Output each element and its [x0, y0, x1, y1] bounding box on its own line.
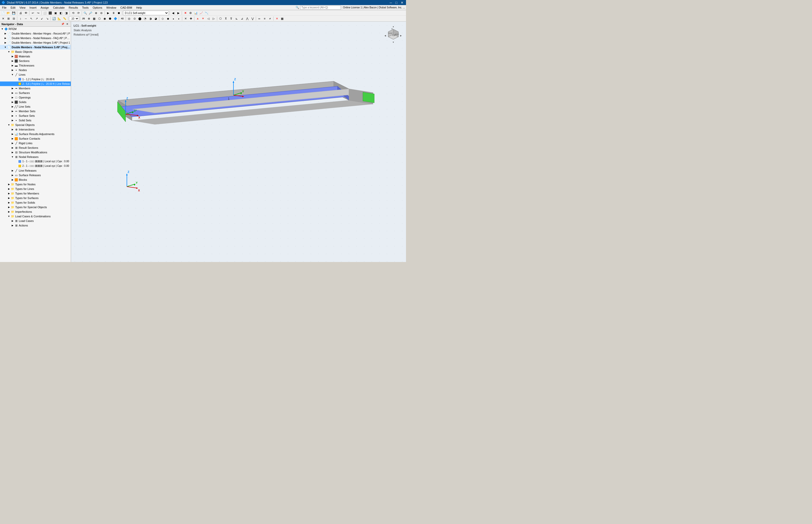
tb2-btn-36[interactable]: ⊼: [223, 16, 229, 21]
tb2-btn-17[interactable]: ⬟: [107, 16, 113, 21]
tb2-btn-32[interactable]: 🔻: [201, 16, 205, 21]
menu-edit[interactable]: Edit: [9, 5, 17, 10]
nav-types-nodes[interactable]: ▶ 📁 Types for Nodes: [0, 182, 71, 186]
nav-toggle-solids[interactable]: ▶: [11, 100, 14, 104]
nav-line-1[interactable]: 1 - 1,2 | Polyline | L : 20.00 ft: [0, 77, 71, 82]
menu-insert[interactable]: Insert: [28, 5, 38, 10]
tb2-btn-9[interactable]: ↘: [45, 16, 50, 21]
tb2-btn-20[interactable]: ⊙: [132, 16, 137, 21]
nav-basic-objects[interactable]: ▼ 📁 Basic Objects: [0, 49, 71, 54]
nav-nr-2[interactable]: 2 - 1 - □□□ 圖圖圖 | Local xyz | Cφx : 0.00: [0, 164, 71, 168]
tb2-btn-23[interactable]: ◑: [148, 16, 153, 21]
tb-btn-10[interactable]: ⊕: [94, 11, 99, 16]
menu-view[interactable]: View: [17, 5, 28, 10]
nav-toggle-special[interactable]: ▼: [7, 123, 11, 127]
tb2-btn-42[interactable]: ∞: [257, 16, 262, 21]
tb2-btn-35[interactable]: ⎔: [218, 16, 223, 21]
tb-btn-8[interactable]: 🔍: [83, 11, 88, 16]
nav-types-surfaces[interactable]: ▶ 📁 Types for Surfaces: [0, 196, 71, 200]
nav-toggle-ts[interactable]: ▶: [7, 196, 11, 200]
tb2-btn-29[interactable]: ✕: [183, 16, 188, 21]
tb2-btn-26[interactable]: ◆: [166, 16, 170, 21]
nav-line-2[interactable]: 2 - 5,6 | Polyline | L : 20.00 ft | Line…: [0, 82, 71, 86]
nav-types-members[interactable]: ▶ 📁 Types for Members: [0, 191, 71, 196]
nav-toggle-imp[interactable]: ▶: [7, 210, 11, 213]
nav-special-objects[interactable]: ▼ 📁 Special Objects: [0, 122, 71, 127]
nav-project-2[interactable]: ▶ 📄 Double Members - Nodal Releases - FA…: [0, 36, 71, 40]
close-button[interactable]: ✕: [400, 0, 405, 5]
next-lc-button[interactable]: ▶: [176, 11, 181, 16]
nav-load-cases[interactable]: ▶ ⊞ Load Cases: [0, 218, 71, 223]
tb-btn-4[interactable]: ◧: [58, 11, 64, 16]
nav-surface-sets[interactable]: ▶ ▪ Surface Sets: [0, 114, 71, 118]
tb2-btn-5[interactable]: ↔: [23, 16, 29, 21]
nav-surf-results[interactable]: ▶ 📊 Surface Results Adjustments: [0, 132, 71, 136]
tb2-btn-38[interactable]: ⊾: [234, 16, 239, 21]
nav-toggle-tsp[interactable]: ▶: [7, 206, 11, 209]
tb2-btn-41[interactable]: ⋁: [250, 16, 255, 21]
nav-toggle-tn[interactable]: ▶: [7, 182, 11, 186]
tb-btn-13[interactable]: ⏸: [111, 11, 116, 16]
nav-rigid-links[interactable]: ▶ ╱ Rigid Links: [0, 141, 71, 146]
tb2-btn-10[interactable]: 🔄: [51, 16, 56, 21]
open-button[interactable]: 📂: [6, 11, 11, 16]
tb2-btn-6[interactable]: ↖: [29, 16, 34, 21]
cube-nav[interactable]: TOP FRONT RIGHT ▲ ▼ ◀ ▶ +: [383, 24, 404, 45]
tb-btn-11[interactable]: ⊖: [99, 11, 104, 16]
nav-lines[interactable]: ▼ ╱ Lines: [0, 72, 71, 77]
tb2-btn-43[interactable]: ≡: [262, 16, 267, 21]
nav-types-lines[interactable]: ▶ 📁 Types for Lines: [0, 186, 71, 191]
precision-dropdown[interactable]: .10.: [69, 16, 79, 21]
menu-help[interactable]: Help: [134, 5, 144, 10]
prev-lc-button[interactable]: ◀: [170, 11, 175, 16]
nav-toggle-sra[interactable]: ▶: [11, 132, 14, 136]
nav-materials[interactable]: ▶ 🧱 Materials: [0, 54, 71, 59]
tb2-btn-31[interactable]: 🔺: [195, 16, 200, 21]
tb2-btn-12[interactable]: 📏: [62, 16, 67, 21]
menu-tools[interactable]: Tools: [80, 5, 90, 10]
nav-toggle-materials[interactable]: ▶: [11, 54, 14, 58]
print-button[interactable]: 🖨: [18, 11, 23, 16]
nav-result-sections[interactable]: ▶ ⊞ Result Sections: [0, 146, 71, 150]
nav-toggle-rfem[interactable]: ▼: [0, 27, 4, 31]
tb2-btn-8[interactable]: ↙: [39, 16, 45, 21]
menu-options[interactable]: Options: [90, 5, 104, 10]
tb-btn-12[interactable]: ▶: [105, 11, 111, 16]
keyword-search-input[interactable]: [300, 5, 341, 10]
tb2-btn-22[interactable]: ◔: [142, 16, 148, 21]
tb2-btn-15[interactable]: ⬡: [97, 16, 102, 21]
nav-surf-contacts[interactable]: ▶ 🟧 Surface Contacts: [0, 136, 71, 141]
tb-btn-5[interactable]: ◨: [64, 11, 69, 16]
tb2-2[interactable]: #2: [120, 16, 125, 21]
maximize-button[interactable]: □: [394, 0, 399, 5]
nav-struct-mods[interactable]: ▶ ⊟ Structure Modifications: [0, 150, 71, 154]
nav-toggle-blocks[interactable]: ▶: [11, 178, 14, 181]
nav-root-rfem[interactable]: ▼ 🔷 RFEM: [0, 27, 71, 31]
nav-toggle-nodes[interactable]: ▶: [11, 68, 14, 72]
tb-btn-extra4[interactable]: 📉: [204, 11, 209, 16]
minimize-button[interactable]: ─: [388, 0, 393, 5]
tb2-btn-30[interactable]: ✚: [188, 16, 193, 21]
nav-member-sets[interactable]: ▶ ═ Member Sets: [0, 109, 71, 114]
nav-toggle-actions[interactable]: ▶: [11, 224, 14, 227]
nav-intersections[interactable]: ▶ ⊕ Intersections: [0, 127, 71, 132]
print-prev-button[interactable]: 👁: [23, 11, 29, 16]
nav-thicknesses[interactable]: ▶ ▬ Thicknesses: [0, 63, 71, 68]
nav-project-1[interactable]: ▶ 📄 Double Members - Member Hinges - Rec…: [0, 31, 71, 36]
tb-btn-7[interactable]: ⟳: [76, 11, 81, 16]
nav-toggle-surfacesets[interactable]: ▶: [11, 114, 14, 117]
menu-assign[interactable]: Assign: [38, 5, 51, 10]
tb2-btn-45[interactable]: ✕: [274, 16, 280, 21]
tb2-js[interactable]: JS: [81, 16, 86, 21]
tb2-btn-13[interactable]: ⊕: [86, 16, 91, 21]
nav-toggle-nr[interactable]: ▼: [11, 155, 14, 159]
tb2-btn-16[interactable]: ◉: [102, 16, 107, 21]
tb2-btn-39[interactable]: ⊿: [239, 16, 244, 21]
nav-project-4[interactable]: ▼ 📄 Double Members - Nodal Releases 3.rf…: [0, 45, 71, 49]
nav-tree[interactable]: ▼ 🔷 RFEM ▶ 📄 Double Members - Member Hin…: [0, 27, 71, 262]
menu-results[interactable]: Results: [67, 5, 80, 10]
nav-toggle-rigid[interactable]: ▶: [11, 142, 14, 145]
tb2-btn-27[interactable]: ⬥: [171, 16, 176, 21]
viewport-svg[interactable]: Z 1* X Z Y 1 Z: [71, 21, 406, 262]
nav-toggle-sections[interactable]: ▶: [11, 59, 14, 63]
